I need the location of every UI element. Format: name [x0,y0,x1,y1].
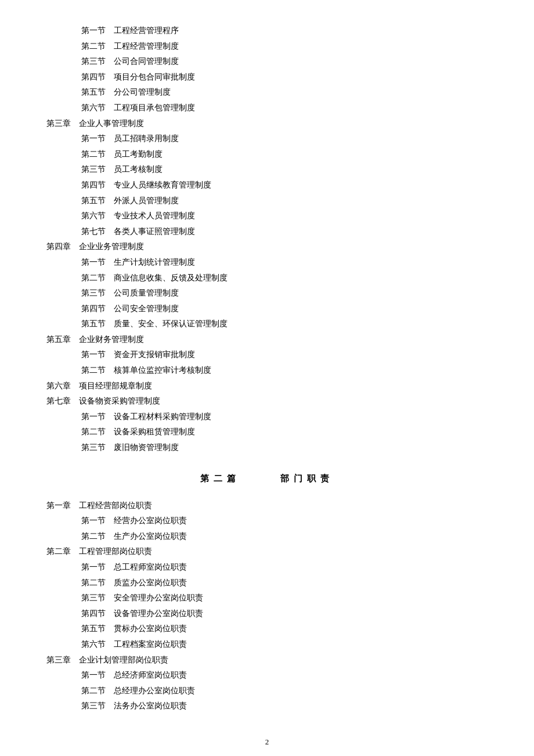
toc-item: 第七节 各类人事证照管理制度 [81,224,488,240]
toc-item: 第一节 设备工程材料采购管理制度 [81,409,488,425]
toc-item: 第四章 企业业务管理制度 [46,239,488,255]
toc-item: 第三节 公司合同管理制度 [81,54,488,70]
page-number: 2 [46,737,488,747]
toc-item: 第一节 经营办公室岗位职责 [81,513,488,529]
toc-item: 第二节 质监办公室岗位职责 [81,575,488,591]
toc-item: 第一章 工程经营部岗位职责 [46,498,488,514]
toc-part1: 第一节 工程经营管理程序第二节 工程经营管理制度第三节 公司合同管理制度第四节 … [46,23,488,456]
toc-item: 第二节 商业信息收集、反馈及处理制度 [81,271,488,286]
toc-item: 第一节 员工招聘录用制度 [81,131,488,147]
toc-item: 第三节 法务办公室岗位职责 [81,699,488,714]
toc-item: 第二章 工程管理部岗位职责 [46,544,488,560]
toc-item: 第二节 工程经营管理制度 [81,39,488,55]
toc-item: 第一节 总经济师室岗位职责 [81,668,488,683]
toc-item: 第四节 设备管理办公室岗位职责 [81,606,488,622]
toc-item: 第五节 贯标办公室岗位职责 [81,621,488,637]
toc-item: 第二节 员工考勤制度 [81,147,488,163]
content-area: 第一节 工程经营管理程序第二节 工程经营管理制度第三节 公司合同管理制度第四节 … [46,23,488,747]
toc-item: 第六节 专业技术人员管理制度 [81,208,488,224]
toc-item: 第六节 工程项目承包管理制度 [81,100,488,116]
toc-item: 第五章 企业财务管理制度 [46,332,488,348]
toc-item: 第二节 设备采购租赁管理制度 [81,424,488,440]
toc-item: 第二节 总经理办公室岗位职责 [81,683,488,699]
toc-item: 第四节 公司安全管理制度 [81,301,488,317]
toc-item: 第五节 分公司管理制度 [81,85,488,100]
toc-part2: 第一章 工程经营部岗位职责第一节 经营办公室岗位职责第二节 生产办公室岗位职责第… [46,498,488,714]
toc-item: 第六节 工程档案室岗位职责 [81,637,488,653]
toc-item: 第五节 质量、安全、环保认证管理制度 [81,316,488,332]
toc-item: 第四节 专业人员继续教育管理制度 [81,178,488,193]
toc-item: 第四节 项目分包合同审批制度 [81,70,488,85]
toc-item: 第三节 公司质量管理制度 [81,286,488,301]
toc-item: 第一节 生产计划统计管理制度 [81,255,488,271]
toc-item: 第七章 设备物资采购管理制度 [46,394,488,409]
toc-item: 第三节 废旧物资管理制度 [81,440,488,456]
toc-item: 第三章 企业计划管理部岗位职责 [46,653,488,668]
toc-item: 第三节 安全管理办公室岗位职责 [81,591,488,606]
toc-item: 第三章 企业人事管理制度 [46,116,488,132]
toc-item: 第一节 工程经营管理程序 [81,23,488,39]
part2-divider: 第二篇 部门职责 [46,473,488,484]
toc-item: 第二节 核算单位监控审计考核制度 [81,363,488,379]
toc-item: 第一节 总工程师室岗位职责 [81,560,488,575]
divider-title: 第二篇 部门职责 [200,474,334,483]
toc-item: 第三节 员工考核制度 [81,162,488,178]
toc-item: 第一节 资金开支报销审批制度 [81,347,488,363]
toc-item: 第六章 项目经理部规章制度 [46,379,488,394]
toc-item: 第二节 生产办公室岗位职责 [81,529,488,545]
toc-item: 第五节 外派人员管理制度 [81,193,488,209]
